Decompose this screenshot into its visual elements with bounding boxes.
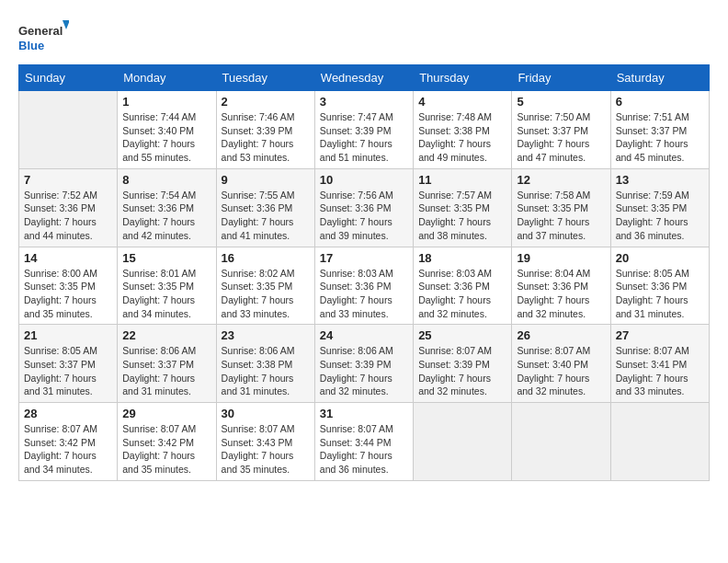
day-info: Sunrise: 8:07 AMSunset: 3:43 PMDaylight:… <box>222 422 310 477</box>
day-number: 30 <box>222 407 310 420</box>
day-info: Sunrise: 8:06 AMSunset: 3:39 PMDaylight:… <box>320 344 408 398</box>
day-number: 27 <box>616 328 704 342</box>
day-info: Sunrise: 7:56 AMSunset: 3:36 PMDaylight:… <box>320 189 408 243</box>
day-number: 7 <box>24 173 112 187</box>
day-info: Sunrise: 7:48 AMSunset: 3:38 PMDaylight:… <box>418 110 506 165</box>
day-info: Sunrise: 7:57 AMSunset: 3:35 PMDaylight:… <box>418 189 506 243</box>
day-number: 14 <box>24 251 112 265</box>
svg-text:Blue: Blue <box>18 39 44 52</box>
day-number: 9 <box>222 173 310 187</box>
day-number: 2 <box>222 95 310 109</box>
day-number: 18 <box>418 251 506 265</box>
day-number: 5 <box>517 95 605 109</box>
calendar-cell: 11Sunrise: 7:57 AMSunset: 3:35 PMDayligh… <box>414 168 512 247</box>
calendar-cell: 24Sunrise: 8:06 AMSunset: 3:39 PMDayligh… <box>314 325 413 403</box>
day-number: 10 <box>320 173 408 187</box>
calendar-cell: 15Sunrise: 8:01 AMSunset: 3:35 PMDayligh… <box>118 247 216 325</box>
calendar-cell: 26Sunrise: 8:07 AMSunset: 3:40 PMDayligh… <box>512 325 610 403</box>
day-info: Sunrise: 7:54 AMSunset: 3:36 PMDaylight:… <box>122 189 210 243</box>
svg-marker-2 <box>63 20 69 29</box>
day-info: Sunrise: 7:52 AMSunset: 3:36 PMDaylight:… <box>24 189 112 243</box>
day-info: Sunrise: 7:50 AMSunset: 3:37 PMDaylight:… <box>517 110 605 165</box>
day-of-week-header: Sunday <box>19 65 118 91</box>
calendar-cell: 31Sunrise: 8:07 AMSunset: 3:44 PMDayligh… <box>314 403 413 481</box>
calendar-cell: 28Sunrise: 8:07 AMSunset: 3:42 PMDayligh… <box>19 403 118 481</box>
day-info: Sunrise: 8:07 AMSunset: 3:40 PMDaylight:… <box>517 344 605 398</box>
calendar-cell: 29Sunrise: 8:07 AMSunset: 3:42 PMDayligh… <box>118 403 216 481</box>
calendar-cell: 3Sunrise: 7:47 AMSunset: 3:39 PMDaylight… <box>314 91 413 169</box>
day-number: 4 <box>418 95 506 109</box>
day-info: Sunrise: 7:55 AMSunset: 3:36 PMDaylight:… <box>222 189 310 243</box>
day-info: Sunrise: 8:06 AMSunset: 3:37 PMDaylight:… <box>122 344 210 398</box>
day-number: 17 <box>320 251 408 265</box>
calendar-cell: 4Sunrise: 7:48 AMSunset: 3:38 PMDaylight… <box>414 91 512 169</box>
day-info: Sunrise: 7:59 AMSunset: 3:35 PMDaylight:… <box>616 189 704 243</box>
day-number: 1 <box>122 95 210 109</box>
day-info: Sunrise: 8:05 AMSunset: 3:37 PMDaylight:… <box>24 344 112 398</box>
day-number: 13 <box>616 173 704 187</box>
calendar-header-row: SundayMondayTuesdayWednesdayThursdayFrid… <box>19 65 710 91</box>
calendar-cell: 10Sunrise: 7:56 AMSunset: 3:36 PMDayligh… <box>314 168 413 247</box>
day-number: 25 <box>418 328 506 342</box>
calendar-cell: 7Sunrise: 7:52 AMSunset: 3:36 PMDaylight… <box>19 168 118 247</box>
calendar-cell: 6Sunrise: 7:51 AMSunset: 3:37 PMDaylight… <box>610 91 709 169</box>
day-info: Sunrise: 8:00 AMSunset: 3:35 PMDaylight:… <box>24 267 112 321</box>
day-number: 6 <box>616 95 704 109</box>
day-of-week-header: Friday <box>512 65 610 91</box>
logo-svg: General Blue <box>18 18 69 55</box>
day-of-week-header: Wednesday <box>314 65 413 91</box>
calendar-cell <box>512 403 610 481</box>
calendar-cell: 1Sunrise: 7:44 AMSunset: 3:40 PMDaylight… <box>118 91 216 169</box>
day-number: 28 <box>24 407 112 420</box>
day-number: 26 <box>517 328 605 342</box>
calendar-cell: 9Sunrise: 7:55 AMSunset: 3:36 PMDaylight… <box>216 168 314 247</box>
day-number: 12 <box>517 173 605 187</box>
calendar-cell <box>414 403 512 481</box>
day-info: Sunrise: 8:01 AMSunset: 3:35 PMDaylight:… <box>122 267 210 321</box>
calendar-week-row: 28Sunrise: 8:07 AMSunset: 3:42 PMDayligh… <box>19 403 710 481</box>
calendar-cell: 20Sunrise: 8:05 AMSunset: 3:36 PMDayligh… <box>610 247 709 325</box>
day-of-week-header: Monday <box>118 65 216 91</box>
calendar-cell: 22Sunrise: 8:06 AMSunset: 3:37 PMDayligh… <box>118 325 216 403</box>
day-number: 16 <box>222 251 310 265</box>
page-header: General Blue <box>18 18 710 55</box>
calendar-table: SundayMondayTuesdayWednesdayThursdayFrid… <box>18 64 710 481</box>
day-number: 19 <box>517 251 605 265</box>
day-number: 20 <box>616 251 704 265</box>
calendar-cell: 23Sunrise: 8:06 AMSunset: 3:38 PMDayligh… <box>216 325 314 403</box>
calendar-cell: 17Sunrise: 8:03 AMSunset: 3:36 PMDayligh… <box>314 247 413 325</box>
day-of-week-header: Saturday <box>610 65 709 91</box>
day-number: 24 <box>320 328 408 342</box>
calendar-cell: 16Sunrise: 8:02 AMSunset: 3:35 PMDayligh… <box>216 247 314 325</box>
day-info: Sunrise: 8:03 AMSunset: 3:36 PMDaylight:… <box>418 267 506 321</box>
day-of-week-header: Thursday <box>414 65 512 91</box>
day-number: 22 <box>122 328 210 342</box>
day-number: 8 <box>122 173 210 187</box>
calendar-cell: 30Sunrise: 8:07 AMSunset: 3:43 PMDayligh… <box>216 403 314 481</box>
day-number: 23 <box>222 328 310 342</box>
day-info: Sunrise: 7:58 AMSunset: 3:35 PMDaylight:… <box>517 189 605 243</box>
logo: General Blue <box>18 18 69 55</box>
day-info: Sunrise: 8:04 AMSunset: 3:36 PMDaylight:… <box>517 267 605 321</box>
calendar-cell: 12Sunrise: 7:58 AMSunset: 3:35 PMDayligh… <box>512 168 610 247</box>
calendar-cell: 5Sunrise: 7:50 AMSunset: 3:37 PMDaylight… <box>512 91 610 169</box>
svg-text:General: General <box>18 24 63 38</box>
calendar-week-row: 21Sunrise: 8:05 AMSunset: 3:37 PMDayligh… <box>19 325 710 403</box>
calendar-week-row: 7Sunrise: 7:52 AMSunset: 3:36 PMDaylight… <box>19 168 710 247</box>
calendar-cell <box>19 91 118 169</box>
day-info: Sunrise: 7:46 AMSunset: 3:39 PMDaylight:… <box>222 110 310 165</box>
calendar-cell: 8Sunrise: 7:54 AMSunset: 3:36 PMDaylight… <box>118 168 216 247</box>
day-info: Sunrise: 8:07 AMSunset: 3:44 PMDaylight:… <box>320 422 408 477</box>
day-info: Sunrise: 8:07 AMSunset: 3:39 PMDaylight:… <box>418 344 506 398</box>
day-number: 31 <box>320 407 408 420</box>
calendar-cell: 27Sunrise: 8:07 AMSunset: 3:41 PMDayligh… <box>610 325 709 403</box>
calendar-cell: 13Sunrise: 7:59 AMSunset: 3:35 PMDayligh… <box>610 168 709 247</box>
day-number: 3 <box>320 95 408 109</box>
day-info: Sunrise: 8:07 AMSunset: 3:42 PMDaylight:… <box>24 422 112 477</box>
calendar-week-row: 14Sunrise: 8:00 AMSunset: 3:35 PMDayligh… <box>19 247 710 325</box>
calendar-cell: 14Sunrise: 8:00 AMSunset: 3:35 PMDayligh… <box>19 247 118 325</box>
day-number: 11 <box>418 173 506 187</box>
day-info: Sunrise: 8:07 AMSunset: 3:41 PMDaylight:… <box>616 344 704 398</box>
calendar-cell: 2Sunrise: 7:46 AMSunset: 3:39 PMDaylight… <box>216 91 314 169</box>
day-info: Sunrise: 7:44 AMSunset: 3:40 PMDaylight:… <box>122 110 210 165</box>
